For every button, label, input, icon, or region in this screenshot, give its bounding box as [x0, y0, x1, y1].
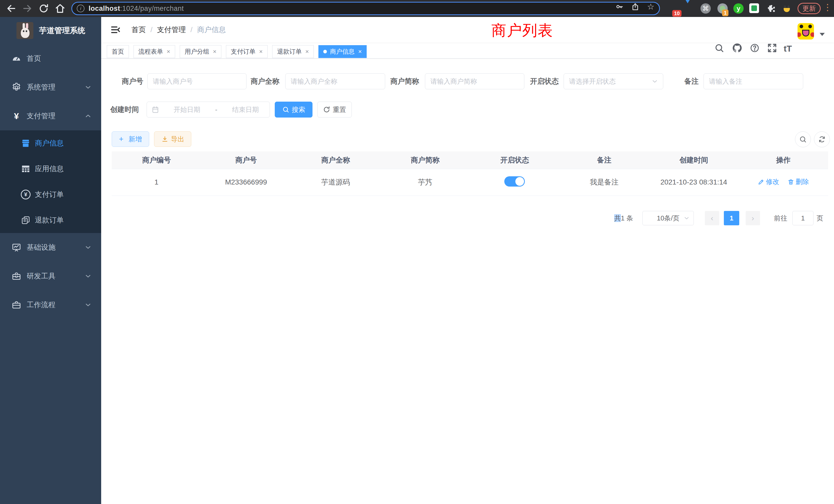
- extension-badge: 1: [722, 9, 728, 16]
- sidebar-item-system[interactable]: 系统管理: [0, 73, 101, 101]
- sidebar-item-merchant-info[interactable]: 商户信息: [0, 130, 101, 156]
- yen-icon: ¥: [11, 112, 22, 120]
- tab-close-icon[interactable]: ×: [213, 48, 217, 55]
- sidebar-item-label: 商户信息: [35, 138, 64, 148]
- refresh-icon: [818, 136, 826, 143]
- column-header: 操作: [739, 152, 828, 169]
- user-avatar[interactable]: [797, 23, 814, 40]
- fullscreen-icon[interactable]: [767, 43, 777, 53]
- column-header: 商户简称: [380, 152, 470, 169]
- sidebar-item-label: 应用信息: [35, 164, 64, 174]
- short-name-input[interactable]: [425, 73, 524, 89]
- sidebar-item-label: 系统管理: [27, 83, 56, 92]
- sidebar: 芋道管理系统 首页 系统管理 ¥ 支付管理 商户信息 应用信息 ¥: [0, 17, 101, 504]
- chrome-menu-icon[interactable]: ⋮: [823, 2, 832, 12]
- breadcrumb-payment[interactable]: 支付管理: [157, 25, 186, 35]
- tab-refund-order[interactable]: 退款订单×: [272, 45, 314, 58]
- pagination-total: 共1 条: [614, 210, 633, 226]
- page-size-select[interactable]: 10条/页: [642, 211, 694, 225]
- search-button[interactable]: 搜索: [275, 101, 312, 117]
- cell-status: [470, 169, 559, 196]
- export-button[interactable]: 导出: [154, 131, 191, 147]
- tab-label: 支付订单: [231, 47, 256, 56]
- remark-input[interactable]: [704, 73, 803, 89]
- tab-close-icon[interactable]: ×: [167, 48, 170, 55]
- tab-process-form[interactable]: 流程表单×: [133, 45, 175, 58]
- tab-home[interactable]: 首页: [107, 45, 129, 58]
- tab-merchant-info[interactable]: 商户信息×: [319, 45, 367, 58]
- merchant-no-input[interactable]: [147, 73, 246, 89]
- tab-close-icon[interactable]: ×: [305, 48, 309, 55]
- address-bar[interactable]: i localhost:1024/pay/merchant: [71, 2, 660, 15]
- chrome-update-button[interactable]: 更新: [797, 3, 821, 14]
- tab-user-group[interactable]: 用户分组×: [180, 45, 221, 58]
- sidebar-item-refund-order[interactable]: 退款订单: [0, 207, 101, 233]
- extension-kite-icon[interactable]: [683, 3, 694, 14]
- extension-command-icon[interactable]: ⌘: [701, 3, 711, 14]
- font-size-icon[interactable]: tT: [784, 44, 794, 54]
- browser-back-button[interactable]: [6, 3, 17, 14]
- sidebar-fold-icon[interactable]: [110, 25, 121, 35]
- refresh-table-button[interactable]: [814, 131, 830, 147]
- tab-close-icon[interactable]: ×: [358, 48, 362, 55]
- avatar-caret-icon[interactable]: [820, 33, 825, 39]
- chevron-down-icon: [84, 244, 92, 251]
- bookmark-star-icon[interactable]: ☆: [647, 3, 655, 11]
- github-icon[interactable]: [732, 43, 742, 53]
- browser-home-button[interactable]: [55, 3, 65, 14]
- sidebar-item-label: 基础设施: [27, 243, 56, 252]
- column-header: 商户号: [201, 152, 291, 169]
- sidebar-item-pay-order[interactable]: ¥ 支付订单: [0, 182, 101, 207]
- header-search-icon[interactable]: [714, 43, 725, 53]
- delete-link[interactable]: 删除: [788, 177, 809, 186]
- toggle-search-button[interactable]: [795, 131, 811, 147]
- help-icon[interactable]: [750, 43, 760, 53]
- tab-label: 首页: [112, 47, 124, 56]
- extension-recorder-icon[interactable]: 1: [718, 3, 728, 14]
- edit-link[interactable]: 修改: [758, 177, 779, 186]
- page-number-button[interactable]: 1: [724, 211, 739, 225]
- profile-avatar-icon[interactable]: [782, 3, 792, 14]
- share-icon[interactable]: [631, 3, 639, 11]
- calendar-icon: [152, 106, 159, 113]
- date-range-picker[interactable]: 开始日期 - 结束日期: [147, 101, 270, 117]
- date-start-placeholder[interactable]: 开始日期: [163, 105, 211, 114]
- sidebar-item-dev-tools[interactable]: 研发工具: [0, 262, 101, 291]
- date-end-placeholder[interactable]: 结束日期: [221, 105, 270, 114]
- gear-icon: [11, 83, 22, 92]
- status-select[interactable]: 请选择开启状态: [564, 73, 663, 89]
- sidebar-item-workflow[interactable]: 工作流程: [0, 291, 101, 319]
- column-header: 商户编号: [112, 152, 201, 169]
- app-title: 芋道管理系统: [39, 25, 85, 36]
- extension-yudao-icon[interactable]: y: [733, 3, 744, 14]
- add-button[interactable]: + 新增: [112, 131, 149, 147]
- app-logo[interactable]: 芋道管理系统: [0, 17, 101, 44]
- sidebar-item-infrastructure[interactable]: 基础设施: [0, 233, 101, 262]
- tab-close-icon[interactable]: ×: [259, 48, 263, 55]
- browser-reload-button[interactable]: [39, 3, 49, 14]
- reset-button[interactable]: 重置: [317, 101, 352, 117]
- sidebar-item-home[interactable]: 首页: [0, 44, 101, 73]
- extensions-puzzle-icon[interactable]: [766, 3, 776, 14]
- sidebar-item-payment[interactable]: ¥ 支付管理: [0, 101, 101, 130]
- full-name-input[interactable]: [285, 73, 385, 89]
- grid-icon: [20, 164, 31, 174]
- prev-page-button[interactable]: ‹: [705, 211, 719, 225]
- extension-hangouts-icon[interactable]: [749, 3, 760, 14]
- tab-pay-order[interactable]: 支付订单×: [226, 45, 267, 58]
- chevron-up-icon: [84, 112, 92, 120]
- next-page-button[interactable]: ›: [746, 211, 760, 225]
- status-toggle[interactable]: [504, 176, 525, 187]
- sidebar-item-app-info[interactable]: 应用信息: [0, 156, 101, 182]
- breadcrumb-home[interactable]: 首页: [131, 25, 146, 35]
- password-key-icon[interactable]: [615, 3, 623, 11]
- goto-page-input[interactable]: [792, 211, 813, 225]
- download-icon: [161, 136, 169, 143]
- site-info-icon[interactable]: i: [77, 5, 85, 12]
- documents-icon: [20, 215, 31, 225]
- delete-link-label: 删除: [796, 177, 809, 186]
- chevron-down-icon: [683, 215, 690, 222]
- edit-pen-icon: [758, 179, 764, 185]
- extension-diamond-icon[interactable]: 10: [668, 3, 678, 14]
- browser-forward-button[interactable]: [22, 3, 32, 14]
